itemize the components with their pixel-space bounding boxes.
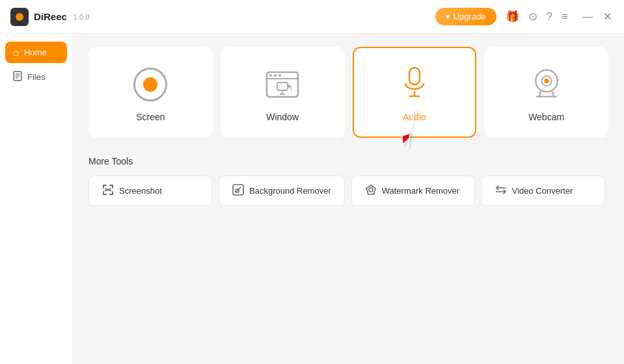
screenshot-icon	[102, 184, 114, 198]
home-icon: ⌂	[13, 47, 19, 58]
screen-label: Screen	[136, 112, 165, 122]
heart-icon: ♥	[446, 12, 450, 21]
video-converter-label: Video Converter	[512, 186, 573, 196]
wm-remover-icon	[365, 184, 377, 198]
app-name: DiReec	[34, 11, 67, 22]
window-label: Window	[266, 112, 299, 122]
video-converter-button[interactable]: Video Converter	[482, 176, 605, 206]
webcam-icon	[528, 66, 565, 103]
svg-point-23	[369, 188, 373, 192]
screenshot-label: Screenshot	[119, 186, 162, 196]
sidebar: ⌂ Home Files	[0, 34, 73, 364]
settings-icon[interactable]: ⊙	[528, 10, 537, 23]
window-card[interactable]: Window	[221, 47, 345, 138]
webcam-label: Webcam	[528, 112, 564, 122]
app-version: 1.0.0	[74, 13, 89, 21]
svg-rect-9	[277, 83, 288, 90]
wm-remover-button[interactable]: Watermark Remover	[351, 176, 475, 206]
more-tools-title: More Tools	[88, 156, 608, 166]
svg-rect-12	[409, 68, 420, 84]
upgrade-button[interactable]: ♥ Upgrade	[435, 8, 496, 25]
recording-cards: Screen	[88, 47, 608, 138]
main-content: Screen	[73, 34, 624, 364]
bg-remover-label: Background Remover	[249, 186, 331, 196]
more-tools-section: More Tools	[88, 156, 608, 206]
wm-remover-label: Watermark Remover	[382, 186, 459, 196]
svg-point-8	[278, 74, 281, 77]
main-layout: ⌂ Home Files	[0, 34, 624, 364]
window-icon	[264, 66, 301, 103]
audio-icon	[396, 66, 433, 103]
bg-remover-icon	[232, 184, 244, 198]
svg-point-7	[274, 74, 277, 77]
close-button[interactable]: ✕	[601, 10, 614, 23]
title-right-controls: ♥ Upgrade 🎁 ⊙ ? ≡ — ✕	[435, 8, 614, 25]
svg-point-17	[544, 79, 549, 83]
app-brand: DiReec 1.0.0	[10, 8, 89, 26]
title-bar: DiReec 1.0.0 ♥ Upgrade 🎁 ⊙ ? ≡ — ✕	[0, 0, 624, 34]
screen-card[interactable]: Screen	[88, 47, 213, 138]
screenshot-button[interactable]: Screenshot	[88, 176, 212, 206]
menu-icon[interactable]: ≡	[562, 10, 568, 23]
app-logo-dot	[16, 13, 23, 21]
window-controls: — ✕	[581, 10, 614, 23]
bg-remover-button[interactable]: Background Remover	[219, 176, 345, 206]
video-converter-icon	[495, 184, 507, 198]
tools-grid: Screenshot Background Remover	[88, 176, 608, 206]
audio-label: Audio	[403, 112, 426, 122]
minimize-button[interactable]: —	[581, 10, 594, 23]
content-wrapper: Screen	[88, 47, 608, 206]
sidebar-item-files[interactable]: Files	[5, 66, 67, 88]
audio-card[interactable]: Audio	[353, 47, 477, 138]
screen-icon	[132, 66, 169, 103]
svg-point-6	[269, 74, 272, 77]
app-logo	[10, 8, 29, 26]
help-icon[interactable]: ?	[547, 10, 552, 23]
sidebar-files-label: Files	[27, 72, 45, 82]
gift-icon[interactable]: 🎁	[506, 10, 519, 23]
upgrade-label: Upgrade	[454, 12, 486, 21]
webcam-card[interactable]: Webcam	[484, 47, 608, 138]
sidebar-item-home[interactable]: ⌂ Home	[5, 42, 67, 63]
sidebar-home-label: Home	[24, 47, 47, 57]
files-icon	[13, 71, 22, 83]
